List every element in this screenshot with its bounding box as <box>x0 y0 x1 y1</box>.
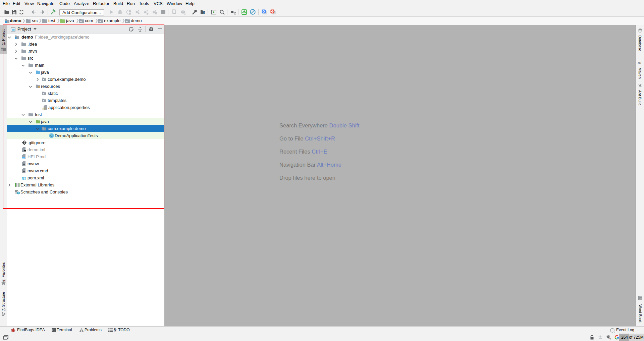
svg-text:?: ? <box>609 337 611 340</box>
svg-text:m: m <box>638 60 642 64</box>
